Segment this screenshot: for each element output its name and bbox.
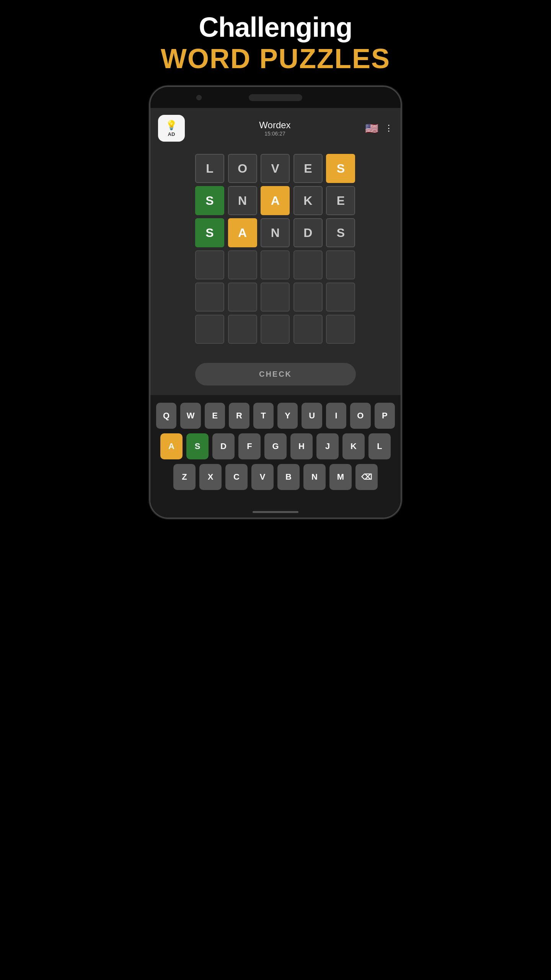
key-Y[interactable]: Y — [277, 403, 298, 429]
key-U[interactable]: U — [302, 403, 322, 429]
grid-cell-r1c4: E — [326, 186, 355, 215]
key-E[interactable]: E — [205, 403, 225, 429]
headline-word-puzzles: WORD PUZZLES — [161, 43, 390, 74]
key-J[interactable]: J — [316, 433, 339, 459]
key-B[interactable]: B — [277, 464, 300, 490]
grid-cell-r5c4 — [326, 315, 355, 344]
grid-cell-r2c1: A — [228, 218, 257, 247]
key-Q[interactable]: Q — [156, 403, 176, 429]
grid-cell-r5c3 — [293, 315, 323, 344]
grid-cell-r5c0 — [195, 315, 224, 344]
check-section: CHECK — [150, 355, 401, 395]
grid-cell-r2c2: N — [261, 218, 290, 247]
key-K[interactable]: K — [342, 433, 365, 459]
grid-cell-r4c1 — [228, 283, 257, 312]
ad-label: AD — [168, 131, 175, 137]
app-title-area: Wordex 15:06:27 — [259, 120, 290, 137]
grid-cell-r0c2: V — [261, 154, 290, 183]
grid-cell-r0c1: O — [228, 154, 257, 183]
key-T[interactable]: T — [253, 403, 274, 429]
grid-cell-r0c0: L — [195, 154, 224, 183]
key-H[interactable]: H — [290, 433, 313, 459]
key-F[interactable]: F — [238, 433, 261, 459]
phone-top-bar — [150, 87, 401, 108]
grid-cell-r2c4: S — [326, 218, 355, 247]
grid-cell-r0c3: E — [293, 154, 323, 183]
key-C[interactable]: C — [225, 464, 248, 490]
phone-bottom-bar — [150, 506, 401, 518]
key-V[interactable]: V — [251, 464, 274, 490]
grid-cell-r4c4 — [326, 283, 355, 312]
grid-cell-r3c0 — [195, 250, 224, 279]
key-M[interactable]: M — [329, 464, 352, 490]
key-L[interactable]: L — [368, 433, 391, 459]
headline-challenging: Challenging — [199, 11, 352, 43]
grid-cell-r3c3 — [293, 250, 323, 279]
key-D[interactable]: D — [212, 433, 235, 459]
key-N[interactable]: N — [303, 464, 326, 490]
ad-badge[interactable]: 💡 AD — [158, 115, 185, 142]
grid-cell-r2c0: S — [195, 218, 224, 247]
grid-cell-r3c1 — [228, 250, 257, 279]
grid-cell-r4c0 — [195, 283, 224, 312]
keyboard: QWERTYUIOPASDFGHJKLZXCVBNM⌫ — [150, 395, 401, 506]
keyboard-row-0: QWERTYUIOP — [156, 403, 395, 429]
app-header: 💡 AD Wordex 15:06:27 🇺🇸 ⋮ — [150, 108, 401, 146]
app-title: Wordex — [259, 120, 290, 131]
page-wrapper: Challenging WORD PUZZLES 💡 AD Wordex 15:… — [119, 0, 432, 534]
grid-cell-r5c2 — [261, 315, 290, 344]
key-S[interactable]: S — [186, 433, 209, 459]
header-icons: 🇺🇸 ⋮ — [365, 122, 393, 135]
game-area: LOVESSNAKESANDS — [150, 146, 401, 355]
lightbulb-icon: 💡 — [166, 120, 177, 131]
app-timer: 15:06:27 — [259, 131, 290, 137]
more-options-icon[interactable]: ⋮ — [385, 123, 393, 133]
phone-camera — [196, 95, 202, 100]
word-grid: LOVESSNAKESANDS — [195, 154, 356, 344]
grid-cell-r3c4 — [326, 250, 355, 279]
key-R[interactable]: R — [229, 403, 249, 429]
grid-cell-r1c3: K — [293, 186, 323, 215]
grid-cell-r2c3: D — [293, 218, 323, 247]
key-P[interactable]: P — [375, 403, 395, 429]
grid-cell-r1c2: A — [261, 186, 290, 215]
key-O[interactable]: O — [350, 403, 370, 429]
flag-icon: 🇺🇸 — [365, 122, 378, 135]
grid-cell-r4c2 — [261, 283, 290, 312]
grid-cell-r4c3 — [293, 283, 323, 312]
key-Z[interactable]: Z — [173, 464, 196, 490]
key-A[interactable]: A — [160, 433, 183, 459]
keyboard-row-2: ZXCVBNM⌫ — [156, 464, 395, 490]
grid-cell-r1c1: N — [228, 186, 257, 215]
check-button[interactable]: CHECK — [195, 363, 356, 385]
grid-cell-r3c2 — [261, 250, 290, 279]
phone-speaker — [249, 94, 302, 101]
home-indicator — [253, 511, 298, 513]
backspace-key[interactable]: ⌫ — [355, 464, 378, 490]
key-I[interactable]: I — [326, 403, 346, 429]
grid-cell-r5c1 — [228, 315, 257, 344]
key-W[interactable]: W — [180, 403, 201, 429]
grid-cell-r0c4: S — [326, 154, 355, 183]
grid-cell-r1c0: S — [195, 186, 224, 215]
phone-side-button — [401, 133, 402, 152]
key-G[interactable]: G — [264, 433, 287, 459]
phone-frame: 💡 AD Wordex 15:06:27 🇺🇸 ⋮ LOVESSNAKESAND… — [149, 86, 402, 519]
key-X[interactable]: X — [199, 464, 222, 490]
keyboard-row-1: ASDFGHJKL — [156, 433, 395, 459]
